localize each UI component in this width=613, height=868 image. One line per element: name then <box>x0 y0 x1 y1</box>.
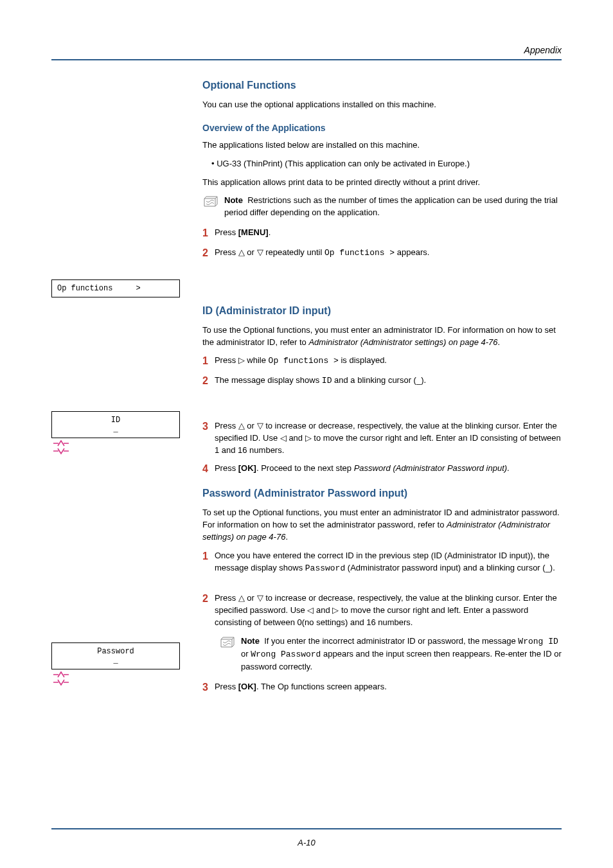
step-number: 2 <box>202 247 208 260</box>
lcd-display-2-line1: ID <box>57 416 174 425</box>
overview-para: This application allows print data to be… <box>202 177 562 189</box>
arrow-indicators-2 <box>51 671 180 686</box>
step-1-password-display: 1 Once you have entered the correct ID i… <box>202 550 562 575</box>
step-number: 3 <box>202 681 208 695</box>
lcd-display-2: ID _ <box>51 411 180 455</box>
step-text: Press △ or ▽ repeatedly until Op functio… <box>215 247 429 260</box>
note-body: Restrictions such as the number of times… <box>224 195 558 217</box>
step-number: 2 <box>202 375 208 388</box>
step-text: Press ▷ while Op functions > is displaye… <box>215 355 387 368</box>
step-number: 1 <box>202 550 208 563</box>
top-divider <box>51 59 562 60</box>
heading-overview: Overview of the Applications <box>202 123 562 133</box>
step-text: Press △ or ▽ to increase or decrease, re… <box>215 592 562 629</box>
step-number: 4 <box>202 463 208 476</box>
id-intro: To use the Optional functions, you must … <box>202 324 562 349</box>
page-number: A-10 <box>0 838 613 847</box>
note-text: Note If you enter the incorrect administ… <box>241 635 562 673</box>
step-number: 1 <box>202 355 208 368</box>
heading-password-input: Password (Administrator Password input) <box>202 488 562 499</box>
step-4-press-ok: 4 Press [OK]. Proceed to the next step P… <box>202 463 562 476</box>
step-number: 2 <box>202 592 208 606</box>
lcd-display-3: Password _ <box>51 642 180 686</box>
note-icon <box>202 196 219 210</box>
step-3-enter-id: 3 Press △ or ▽ to increase or decrease, … <box>202 420 562 457</box>
step-text: The message display shows ID and a blink… <box>215 375 426 387</box>
step-2-display-id: 2 The message display shows ID and a bli… <box>202 375 562 388</box>
note-text: Note Restrictions such as the number of … <box>224 195 562 219</box>
step-text: Press △ or ▽ to increase or decrease, re… <box>215 420 562 457</box>
step-2-enter-password: 2 Press △ or ▽ to increase or decrease, … <box>202 592 562 629</box>
optional-functions-intro: You can use the optional applications in… <box>202 99 562 111</box>
step-text: Press [MENU]. <box>215 227 271 239</box>
step-number: 1 <box>202 227 208 240</box>
note-icon <box>219 637 236 651</box>
step-text: Once you have entered the correct ID in … <box>215 550 562 575</box>
heading-id-input: ID (Administrator ID input) <box>202 305 562 317</box>
arrow-indicators-1 <box>51 439 180 455</box>
step-3-press-ok-final: 3 Press [OK]. The Op functions screen ap… <box>202 681 562 695</box>
lcd-display-3-line2: _ <box>57 656 174 665</box>
page-header-appendix: Appendix <box>51 45 562 55</box>
note-label: Note <box>224 195 243 205</box>
heading-optional-functions: Optional Functions <box>202 80 562 91</box>
lcd-display-1-text: Op functions > <box>57 284 141 293</box>
lcd-display-1: Op functions > <box>51 279 180 297</box>
step-text: Press [OK]. Proceed to the next step Pas… <box>215 463 510 475</box>
lcd-display-3-line1: Password <box>57 647 174 656</box>
note-wrong-password: Note If you enter the incorrect administ… <box>219 635 562 673</box>
step-text: Press [OK]. The Op functions screen appe… <box>215 681 387 693</box>
lcd-display-2-line2: _ <box>57 425 174 434</box>
password-intro: To set up the Optional functions, you mu… <box>202 507 562 544</box>
overview-bullet: • UG-33 (ThinPrint) (This application ca… <box>202 158 562 170</box>
note-restrictions: Note Restrictions such as the number of … <box>202 195 562 219</box>
step-number: 3 <box>202 420 208 434</box>
overview-intro: The applications listed below are instal… <box>202 139 562 152</box>
note-label: Note <box>241 636 260 646</box>
step-1-press-menu: 1 Press [MENU]. <box>202 227 562 240</box>
step-2-press-repeat: 2 Press △ or ▽ repeatedly until Op funct… <box>202 247 562 260</box>
step-1-press-right: 1 Press ▷ while Op functions > is displa… <box>202 355 562 368</box>
bottom-divider <box>51 828 562 829</box>
